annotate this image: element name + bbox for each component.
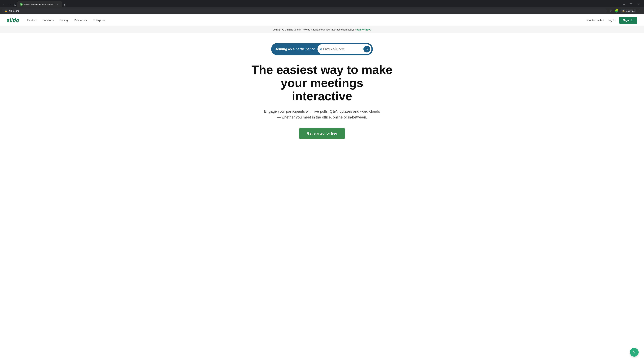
lock-icon: 🔒: [5, 9, 8, 12]
code-input[interactable]: [323, 47, 362, 51]
address-bar[interactable]: 🔒 slido.com: [2, 8, 607, 13]
banner-register-link[interactable]: Register now.: [354, 28, 371, 31]
maximize-button[interactable]: ❐: [628, 2, 635, 7]
nav-resources[interactable]: Resources: [74, 19, 87, 22]
logo-text: slido: [7, 17, 19, 23]
browser-chrome: ← → ↻ s Slido - Audience Interaction M..…: [0, 0, 644, 14]
participant-join-bar: Joining as a participant? # →: [271, 43, 373, 55]
announcement-banner: Join a live training to learn how to nav…: [0, 26, 644, 33]
hero-title: The easiest way to make your meetings in…: [250, 63, 394, 103]
url-text: slido.com: [9, 9, 19, 12]
reload-button[interactable]: ↻: [13, 2, 17, 7]
tab-close-button[interactable]: ✕: [56, 3, 60, 6]
contact-sales-link[interactable]: Contact sales: [587, 19, 604, 22]
address-bar-row: 🔒 slido.com ☆ 🧩 🕵️ Incognito ⋮: [0, 7, 644, 14]
code-input-wrapper: # →: [318, 44, 372, 54]
incognito-badge[interactable]: 🕵️ Incognito: [620, 9, 636, 13]
new-tab-button[interactable]: +: [62, 2, 67, 7]
hero-section: Joining as a participant? # → The easies…: [246, 33, 398, 152]
nav-pricing[interactable]: Pricing: [60, 19, 68, 22]
code-submit-button[interactable]: →: [364, 46, 370, 52]
menu-icon[interactable]: ⋮: [638, 8, 642, 13]
extension-icon[interactable]: 🧩: [614, 8, 619, 13]
get-started-button[interactable]: Get started for free: [299, 128, 345, 139]
browser-nav-buttons: ← → ↻: [1, 2, 17, 7]
page: slido Product Solutions Pricing Resource…: [0, 14, 644, 152]
banner-text: Join a live training to learn how to nav…: [273, 28, 354, 31]
tab-favicon: s: [20, 3, 23, 6]
window-controls: ─ ❐ ✕: [620, 2, 643, 7]
close-button[interactable]: ✕: [635, 2, 643, 7]
hero-title-line2: your meetings interactive: [281, 76, 363, 103]
toolbar-icons: ☆ 🧩 🕵️ Incognito ⋮: [608, 8, 642, 13]
logo[interactable]: slido: [7, 17, 19, 23]
participant-label: Joining as a participant?: [275, 47, 315, 51]
back-button[interactable]: ←: [1, 2, 6, 7]
incognito-icon: 🕵️: [622, 10, 625, 12]
signup-button[interactable]: Sign Up: [619, 17, 637, 24]
incognito-label: Incognito: [626, 10, 634, 12]
nav-links: Product Solutions Pricing Resources Ente…: [27, 19, 587, 22]
active-tab[interactable]: s Slido - Audience Interaction M... ✕: [17, 1, 62, 7]
hero-subtitle: Engage your participants with live polls…: [250, 108, 394, 120]
login-button[interactable]: Log In: [608, 19, 615, 22]
nav-solutions[interactable]: Solutions: [42, 19, 54, 22]
nav-product[interactable]: Product: [27, 19, 36, 22]
forward-button[interactable]: →: [7, 2, 12, 7]
hash-icon: #: [320, 47, 322, 51]
minimize-button[interactable]: ─: [620, 2, 628, 7]
tab-title: Slido - Audience Interaction M...: [24, 3, 55, 6]
bookmark-icon[interactable]: ☆: [608, 8, 613, 13]
nav-enterprise[interactable]: Enterprise: [93, 19, 105, 22]
hero-title-line1: The easiest way to make: [252, 63, 392, 76]
navbar: slido Product Solutions Pricing Resource…: [0, 14, 644, 26]
nav-right: Contact sales Log In Sign Up: [587, 17, 637, 24]
